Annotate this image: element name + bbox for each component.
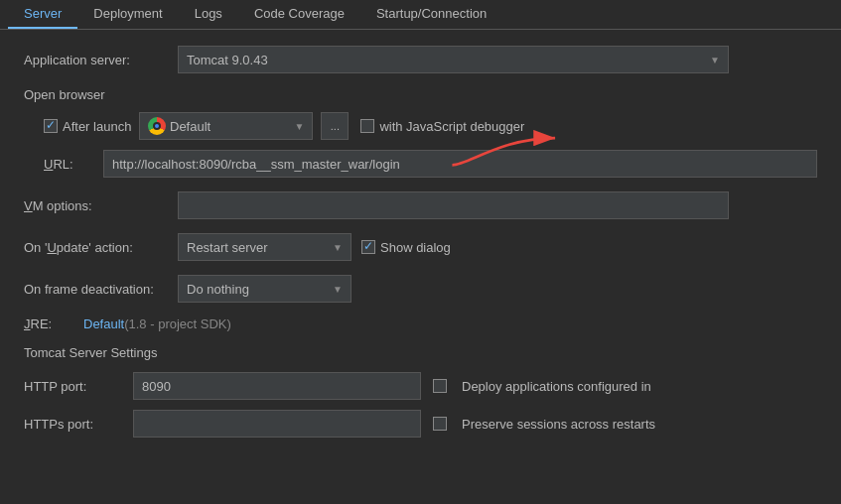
app-server-label: Application server: [24,53,178,67]
on-update-action-arrow-icon: ▼ [325,242,343,253]
jre-value-gray: (1.8 - project SDK) [124,316,231,331]
app-server-arrow-icon: ▼ [702,55,720,65]
jre-value-blue: Default [83,316,124,331]
dots-button[interactable]: ... [321,112,349,140]
jre-row: JRE: Default (1.8 - project SDK) [24,316,817,331]
on-frame-deactivation-row: On frame deactivation: Do nothing ▼ [24,275,817,303]
after-launch-row: After launch Default ▼ ... with JavaScri… [44,112,817,140]
vm-options-row: VM options: [24,191,817,219]
vm-options-label: VM options: [24,198,178,213]
js-debugger-label: with JavaScript debugger [379,119,524,134]
js-debugger-checkbox[interactable] [360,119,374,133]
tab-bar: Server Deployment Logs Code Coverage Sta… [0,0,841,30]
after-launch-label: After launch [63,119,131,134]
tab-server[interactable]: Server [8,0,77,29]
after-launch-checkbox[interactable] [44,119,58,133]
chrome-icon [148,117,166,135]
vm-options-input[interactable] [178,191,729,219]
after-launch-checkbox-wrap[interactable]: After launch [44,119,131,134]
on-update-action-label: On 'Update' action: [24,240,178,255]
on-frame-deactivation-value: Do nothing [187,282,249,297]
url-row: URL: [24,150,817,178]
on-frame-deactivation-arrow-icon: ▼ [325,284,343,295]
on-update-action-row: On 'Update' action: Restart server ▼ Sho… [24,233,817,261]
app-server-row: Application server: Tomcat 9.0.43 ▼ [24,46,817,73]
preserve-sessions-checkbox-wrap[interactable]: Preserve sessions across restarts [433,417,655,432]
show-dialog-wrap: Show dialog [361,240,451,255]
js-debugger-checkbox-wrap[interactable]: with JavaScript debugger [360,119,524,134]
app-server-value: Tomcat 9.0.43 [187,53,268,67]
https-port-row: HTTPs port: Preserve sessions across res… [24,410,817,438]
https-port-label: HTTPs port: [24,417,133,432]
deploy-checkbox-wrap[interactable]: Deploy applications configured in [433,379,651,394]
browser-dropdown-arrow-icon: ▼ [286,121,304,132]
https-port-input[interactable] [133,410,421,438]
on-update-action-dropdown[interactable]: Restart server ▼ [178,233,351,261]
http-port-label: HTTP port: [24,379,133,394]
show-dialog-checkbox[interactable] [361,240,375,254]
tab-code-coverage[interactable]: Code Coverage [238,0,360,29]
tab-deployment[interactable]: Deployment [77,0,178,29]
tab-startup-connection[interactable]: Startup/Connection [360,0,502,29]
tab-logs[interactable]: Logs [179,0,238,29]
on-frame-deactivation-label: On frame deactivation: [24,282,178,297]
browser-dropdown[interactable]: Default ▼ [139,112,313,140]
browser-value: Default [170,119,210,134]
show-dialog-checkbox-wrap[interactable]: Show dialog [361,240,451,255]
jre-label: JRE: [24,316,83,331]
tomcat-settings-title: Tomcat Server Settings [24,345,817,360]
server-content: Application server: Tomcat 9.0.43 ▼ Open… [0,30,841,463]
open-browser-title: Open browser [24,87,817,102]
http-port-input[interactable] [133,372,421,400]
on-frame-deactivation-dropdown[interactable]: Do nothing ▼ [178,275,351,303]
deploy-label: Deploy applications configured in [462,379,651,394]
preserve-sessions-label: Preserve sessions across restarts [462,417,655,432]
http-port-row: HTTP port: Deploy applications configure… [24,372,817,400]
preserve-sessions-checkbox[interactable] [433,417,447,431]
app-server-dropdown[interactable]: Tomcat 9.0.43 ▼ [178,46,729,73]
deploy-checkbox[interactable] [433,379,447,393]
on-update-action-value: Restart server [187,240,268,255]
show-dialog-label: Show dialog [380,240,451,255]
url-label: URL: [44,157,103,172]
url-input[interactable] [103,150,817,178]
